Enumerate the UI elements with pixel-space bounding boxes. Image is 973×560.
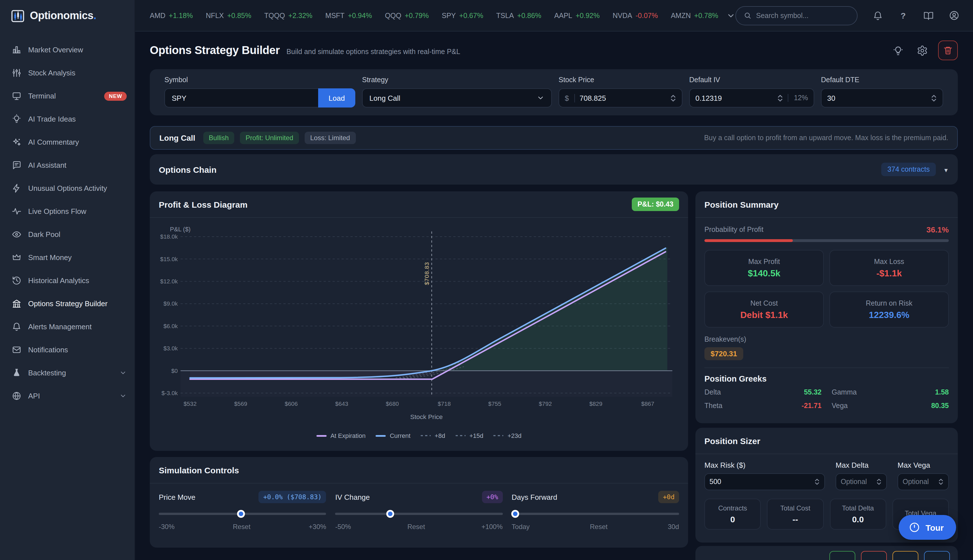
sidebar-item-ai-commentary[interactable]: AI Commentary xyxy=(0,132,135,153)
ticker-item[interactable]: MSFT+0.94% xyxy=(325,12,372,19)
ticker-item[interactable]: QQQ+0.79% xyxy=(385,12,429,19)
partial-button-orange[interactable] xyxy=(893,551,918,560)
price-move-slider-group: Price Move +0.0% ($708.83) -30% Reset +3… xyxy=(159,491,326,531)
monitor-icon xyxy=(12,91,22,101)
position-summary-card: Position Summary Probability of Profit 3… xyxy=(695,192,958,423)
help-icon[interactable]: ? xyxy=(898,10,909,21)
y-axis-label: P&L ($) xyxy=(170,226,190,233)
pnl-chart[interactable]: P&L ($) xyxy=(150,218,688,444)
x-tick: $606 xyxy=(285,400,297,407)
probability-label: Probability of Profit xyxy=(704,226,764,233)
return-on-risk-stat: Return on Risk 12239.6% xyxy=(829,292,949,328)
clear-strategy-button[interactable] xyxy=(938,40,958,60)
stepper-icon[interactable] xyxy=(931,94,937,102)
default-iv-input[interactable]: 0.12319 12% xyxy=(689,88,814,107)
days-forward-slider[interactable] xyxy=(512,513,679,515)
load-button[interactable]: Load xyxy=(318,88,355,107)
partial-button-red[interactable] xyxy=(861,551,887,560)
default-dte-label: Default DTE xyxy=(821,76,943,84)
sidebar-item-smart-money[interactable]: Smart Money xyxy=(0,247,135,268)
sidebar-item-stock-analysis[interactable]: Stock Analysis xyxy=(0,62,135,83)
notifications-bell-icon[interactable] xyxy=(872,10,883,21)
position-summary-title: Position Summary xyxy=(704,200,778,209)
stepper-icon[interactable] xyxy=(670,94,676,102)
max-vega-input[interactable]: Optional xyxy=(898,473,949,490)
partial-button-green[interactable] xyxy=(829,551,855,560)
ticker-item[interactable]: AAPL+0.92% xyxy=(554,12,600,19)
docs-book-icon[interactable] xyxy=(923,10,934,21)
days-forward-value-badge: +0d xyxy=(658,491,679,503)
chevron-down-icon xyxy=(119,392,127,400)
slider-thumb[interactable] xyxy=(511,510,519,518)
price-move-slider[interactable] xyxy=(159,513,326,515)
sidebar-item-alerts-management[interactable]: Alerts Management xyxy=(0,316,135,337)
max-risk-input[interactable]: 500 xyxy=(704,473,825,490)
slider-thumb[interactable] xyxy=(237,510,245,518)
chevron-down-icon xyxy=(119,369,127,377)
default-dte-input[interactable]: 30 xyxy=(821,88,943,107)
hint-lightbulb-icon[interactable] xyxy=(890,42,906,59)
ticker-item[interactable]: TSLA+0.86% xyxy=(496,12,541,19)
symbol-label: Symbol xyxy=(164,76,355,84)
sidebar-item-options-strategy-builder[interactable]: Options Strategy Builder xyxy=(0,293,135,314)
sidebar-item-dark-pool[interactable]: Dark Pool xyxy=(0,224,135,245)
mail-icon xyxy=(12,345,22,355)
sidebar-item-unusual-options-activity[interactable]: Unusual Options Activity xyxy=(0,178,135,199)
x-tick: $532 xyxy=(184,400,197,407)
left-column: Profit & Loss Diagram P&L: $0.43 P&L ($) xyxy=(150,192,688,548)
iv-change-slider[interactable] xyxy=(335,513,503,515)
symbol-search[interactable] xyxy=(735,6,858,25)
ticker-item[interactable]: NVDA-0.07% xyxy=(613,12,658,19)
history-icon xyxy=(12,276,22,285)
legend-swatch-15d xyxy=(455,435,466,437)
sidebar-item-terminal[interactable]: Terminal NEW xyxy=(0,85,135,107)
collapse-triangle-icon[interactable] xyxy=(943,164,949,175)
ticker-item[interactable]: AMZN+0.78% xyxy=(671,12,718,19)
strategy-select[interactable]: Long Call xyxy=(362,88,552,107)
search-input[interactable] xyxy=(756,12,849,19)
iv-change-label: IV Change xyxy=(335,493,370,501)
ticker-item[interactable]: AMD+1.18% xyxy=(150,12,193,19)
slider-reset-button[interactable]: Reset xyxy=(233,523,250,531)
slider-reset-button[interactable]: Reset xyxy=(590,523,607,531)
stepper-icon[interactable] xyxy=(938,478,944,486)
slider-reset-button[interactable]: Reset xyxy=(407,523,425,531)
symbol-input[interactable] xyxy=(164,88,318,107)
x-tick: $867 xyxy=(641,400,654,407)
sidebar-item-historical-analytics[interactable]: Historical Analytics xyxy=(0,270,135,291)
legend-swatch-8d xyxy=(421,435,431,437)
tour-button[interactable]: Tour xyxy=(899,515,956,540)
ticker-bar: AMD+1.18% NFLX+0.85% TQQQ+2.32% MSFT+0.9… xyxy=(150,12,718,19)
ticker-item[interactable]: TQQQ+2.32% xyxy=(264,12,312,19)
sidebar-item-notifications[interactable]: Notifications xyxy=(0,339,135,360)
sidebar-item-live-options-flow[interactable]: Live Options Flow xyxy=(0,201,135,222)
sidebar-item-backtesting[interactable]: Backtesting xyxy=(0,362,135,383)
stepper-icon[interactable] xyxy=(814,478,820,486)
ticker-expand-chevron-icon[interactable] xyxy=(726,11,735,20)
max-delta-input[interactable]: Optional xyxy=(836,473,887,490)
loss-badge: Loss: Limited xyxy=(305,132,355,144)
sidebar-item-ai-assistant[interactable]: AI Assistant xyxy=(0,155,135,176)
strategy-label: Strategy xyxy=(362,76,552,84)
partial-button-blue[interactable] xyxy=(924,551,950,560)
stepper-icon[interactable] xyxy=(777,94,783,102)
message-icon xyxy=(12,160,22,170)
sidebar-item-market-overview[interactable]: Market Overview xyxy=(0,39,135,60)
account-user-icon[interactable] xyxy=(948,10,960,21)
ticker-item[interactable]: NFLX+0.85% xyxy=(206,12,251,19)
options-chain-panel[interactable]: Options Chain 374 contracts xyxy=(150,154,958,185)
stock-price-input[interactable]: $ 708.825 xyxy=(559,88,683,107)
settings-gear-icon[interactable] xyxy=(914,42,931,59)
simulation-title: Simulation Controls xyxy=(159,465,239,475)
slider-min-label: -30% xyxy=(159,523,175,531)
sidebar-item-ai-trade-ideas[interactable]: AI Trade Ideas xyxy=(0,108,135,130)
greek-vega: Vega80.35 xyxy=(832,402,949,410)
slider-thumb[interactable] xyxy=(387,510,394,518)
main-content: Options Strategy Builder Build and simul… xyxy=(135,32,973,560)
ticker-item[interactable]: SPY+0.67% xyxy=(442,12,483,19)
stepper-icon[interactable] xyxy=(876,478,882,486)
total-cost-stat: Total Cost -- xyxy=(767,498,824,530)
sidebar-item-api[interactable]: API xyxy=(0,385,135,407)
brand-logo[interactable]: Optionomics. xyxy=(0,0,135,32)
total-delta-stat: Total Delta 0.0 xyxy=(830,498,886,530)
